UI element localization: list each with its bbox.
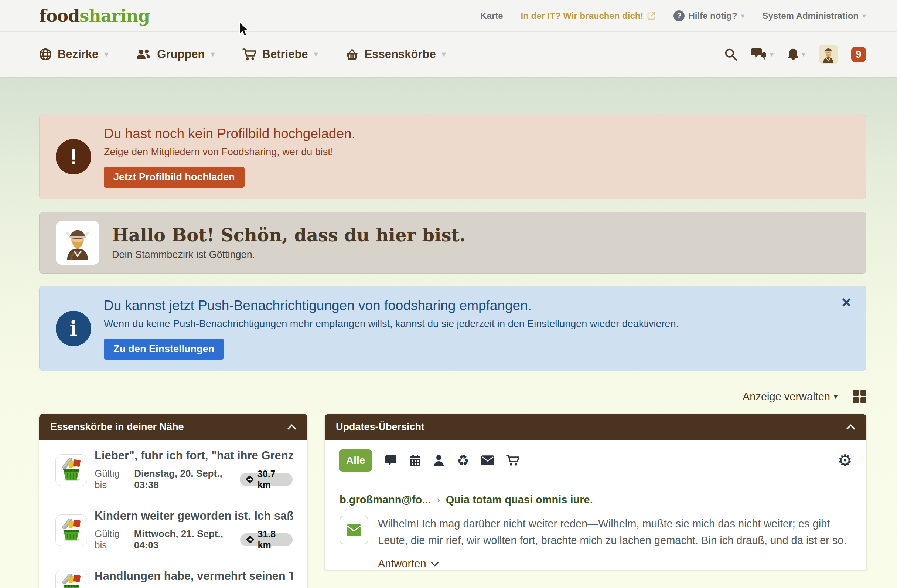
filter-comments-icon[interactable] bbox=[384, 454, 397, 467]
exclamation-icon: ! bbox=[56, 139, 91, 175]
link-it-label: In der IT? Wir brauchen dich! bbox=[521, 11, 644, 21]
food-basket-icon bbox=[55, 570, 87, 588]
search-icon[interactable] bbox=[724, 47, 738, 61]
baskets-panel: Essenskörbe in deiner Nähe Lieber", fuhr… bbox=[39, 414, 308, 588]
chevron-up-icon[interactable] bbox=[288, 424, 296, 430]
user-avatar[interactable] bbox=[819, 45, 838, 64]
chevron-right-icon: › bbox=[437, 495, 439, 505]
manage-display-dropdown[interactable]: Anzeige verwalten ▾ bbox=[742, 390, 837, 403]
update-entry: b.großmann@fo... › Quia totam quasi omni… bbox=[325, 481, 866, 570]
directions-icon bbox=[245, 475, 254, 484]
filter-user-icon[interactable] bbox=[433, 454, 444, 467]
chevron-down-icon: ▾ bbox=[770, 51, 774, 58]
logo-food: food bbox=[39, 6, 80, 26]
nav-betriebe[interactable]: Betriebe ▾ bbox=[242, 47, 318, 61]
top-bar: foodsharing Karte In der IT? Wir brauche… bbox=[0, 0, 897, 77]
basket-list-item[interactable]: Lieber", fuhr ich fort, "hat ihre Grenz.… bbox=[39, 440, 308, 500]
updates-filter-bar: Alle ♻ ⚙ bbox=[325, 440, 866, 481]
basket-list-item[interactable]: Handlungen habe, vermehrt seinen T... bbox=[39, 560, 308, 588]
upload-profile-picture-button[interactable]: Jetzt Profilbild hochladen bbox=[104, 167, 245, 188]
link-help[interactable]: ? Hilfe nötig? ▾ bbox=[674, 10, 744, 21]
link-help-label: Hilfe nötig? bbox=[688, 11, 737, 21]
filter-mail-icon[interactable] bbox=[481, 455, 494, 465]
link-it-recruiting[interactable]: In der IT? Wir brauchen dich! bbox=[521, 11, 656, 21]
updates-panel: Updates-Übersicht Alle ♻ ⚙ b.großmann@fo… bbox=[325, 414, 866, 570]
gear-icon[interactable]: ⚙ bbox=[838, 452, 852, 469]
link-karte-label: Karte bbox=[480, 11, 503, 21]
distance-value: 31.8 km bbox=[258, 529, 288, 550]
main-nav: Bezirke ▾ Gruppen ▾ Betriebe ▾ Essenskör… bbox=[0, 32, 897, 77]
dashboard-controls: Anzeige verwalten ▾ bbox=[39, 389, 866, 404]
nav-gruppen-label: Gruppen bbox=[157, 47, 205, 61]
reply-button[interactable]: Antworten bbox=[378, 558, 851, 570]
updates-panel-title: Updates-Übersicht bbox=[336, 421, 424, 433]
valid-until-label: Gültig bis bbox=[95, 528, 131, 551]
notifications-bell-icon[interactable]: ▾ bbox=[787, 47, 805, 61]
valid-until-date: Dienstag, 20. Sept., 03:38 bbox=[134, 468, 240, 491]
messages-icon[interactable]: ▾ bbox=[751, 47, 774, 61]
logo-sharing: sharing bbox=[80, 6, 149, 26]
basket-title: Handlungen habe, vermehrt seinen T... bbox=[95, 570, 292, 583]
filter-recycle-icon[interactable]: ♻ bbox=[457, 453, 469, 467]
page-content: ! Du hast noch kein Profilbild hochgelad… bbox=[0, 77, 897, 588]
baskets-panel-title: Essenskörbe in deiner Nähe bbox=[50, 421, 184, 433]
basket-title: Kindern weiter geworden ist. Ich saß... bbox=[95, 509, 292, 522]
welcome-banner: Hallo Bot! Schön, dass du hier bist. Dei… bbox=[39, 212, 866, 274]
link-sysadmin-label: System Administration bbox=[762, 11, 859, 21]
welcome-avatar bbox=[56, 221, 99, 265]
welcome-subtitle: Dein Stammbezirk ist Göttingen. bbox=[112, 249, 465, 260]
settings-button[interactable]: Zu den Einstellungen bbox=[104, 338, 224, 360]
chevron-down-icon: ▾ bbox=[104, 50, 108, 58]
nav-essenskoerbe-label: Essenskörbe bbox=[364, 47, 436, 61]
close-icon[interactable]: × bbox=[842, 294, 851, 311]
notification-count-badge[interactable]: 9 bbox=[851, 47, 866, 62]
question-icon: ? bbox=[674, 10, 684, 21]
update-message: Wilhelm! Ich mag darüber nicht weiter re… bbox=[378, 516, 851, 549]
cart-icon bbox=[242, 48, 256, 61]
distance-value: 30.7 km bbox=[257, 469, 288, 490]
warning-subtitle: Zeige den Mitgliedern von Foodsharing, w… bbox=[104, 145, 355, 159]
chevron-down-icon: ▾ bbox=[211, 50, 215, 58]
link-system-administration[interactable]: System Administration ▾ bbox=[762, 11, 866, 21]
nav-bezirke-label: Bezirke bbox=[58, 47, 98, 61]
profile-warning-banner: ! Du hast noch kein Profilbild hochgelad… bbox=[39, 114, 866, 199]
food-basket-icon bbox=[55, 514, 87, 546]
push-subtitle: Wenn du keine Push-Benachrichtigungen me… bbox=[104, 317, 679, 331]
basket-list-item[interactable]: Kindern weiter geworden ist. Ich saß... … bbox=[39, 500, 308, 560]
valid-until-date: Mittwoch, 21. Sept., 04:03 bbox=[134, 528, 240, 551]
chevron-down-icon: ▾ bbox=[802, 51, 805, 58]
chevron-down-icon bbox=[431, 561, 439, 567]
update-subject-link[interactable]: Quia totam quasi omnis iure. bbox=[446, 494, 593, 506]
chevron-down-icon: ▾ bbox=[442, 50, 446, 58]
chevron-up-icon[interactable] bbox=[846, 424, 855, 430]
chevron-down-icon: ▾ bbox=[314, 50, 318, 58]
valid-until-label: Gültig bis bbox=[95, 468, 131, 491]
nav-essenskoerbe[interactable]: Essenskörbe ▾ bbox=[346, 47, 446, 61]
update-author-link[interactable]: b.großmann@fo... bbox=[340, 494, 431, 506]
push-info-banner: i Du kannst jetzt Push-Benachrichtigunge… bbox=[39, 286, 866, 371]
push-title: Du kannst jetzt Push-Benachrichtigungen … bbox=[104, 297, 679, 314]
nav-betriebe-label: Betriebe bbox=[262, 47, 308, 61]
globe-icon bbox=[39, 48, 52, 61]
filter-all-button[interactable]: Alle bbox=[339, 449, 372, 472]
nav-bezirke[interactable]: Bezirke ▾ bbox=[39, 47, 108, 61]
distance-badge: 31.8 km bbox=[240, 533, 293, 546]
filter-basket-icon[interactable] bbox=[506, 454, 519, 466]
external-link-icon bbox=[647, 11, 656, 20]
users-icon bbox=[136, 48, 151, 61]
manage-display-label: Anzeige verwalten bbox=[742, 390, 830, 403]
info-icon: i bbox=[56, 311, 91, 346]
chevron-down-icon: ▾ bbox=[834, 392, 837, 401]
basket-icon bbox=[346, 48, 359, 61]
filter-calendar-icon[interactable] bbox=[409, 454, 421, 467]
chevron-down-icon: ▾ bbox=[862, 12, 866, 20]
welcome-title: Hallo Bot! Schön, dass du hier bist. bbox=[112, 225, 465, 245]
mail-icon bbox=[340, 516, 368, 544]
basket-title: Lieber", fuhr ich fort, "hat ihre Grenz.… bbox=[95, 449, 292, 462]
foodsharing-logo[interactable]: foodsharing bbox=[39, 8, 150, 24]
warning-title: Du hast noch kein Profilbild hochgeladen… bbox=[104, 125, 355, 142]
distance-badge: 30.7 km bbox=[240, 473, 292, 486]
nav-gruppen[interactable]: Gruppen ▾ bbox=[136, 47, 215, 61]
grid-layout-icon[interactable] bbox=[853, 390, 866, 403]
link-karte[interactable]: Karte bbox=[480, 11, 503, 21]
